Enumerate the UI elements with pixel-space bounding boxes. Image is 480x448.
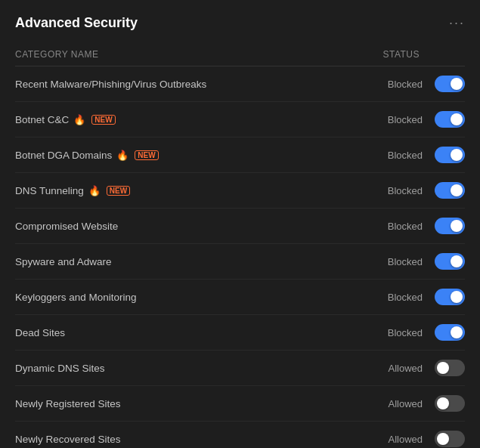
- advanced-security-panel: Advanced Security ··· Category name Stat…: [0, 0, 480, 448]
- category-toggle[interactable]: [435, 395, 465, 412]
- category-toggle[interactable]: [435, 431, 465, 447]
- category-toggle[interactable]: [435, 253, 465, 270]
- status-label: Blocked: [381, 79, 423, 90]
- category-name: Dead Sites: [15, 327, 65, 338]
- category-toggle[interactable]: [435, 360, 465, 376]
- toggle-thumb: [451, 149, 463, 161]
- status-label: Blocked: [381, 292, 423, 303]
- status-label: Blocked: [381, 256, 423, 267]
- status-label: Allowed: [381, 398, 423, 409]
- category-name: Botnet DGA Domains 🔥NEW: [15, 150, 159, 161]
- new-badge: NEW: [107, 186, 130, 196]
- category-table: Recent Malware/Phishing/Virus OutbreaksB…: [15, 66, 465, 448]
- table-row: Botnet C&C 🔥NEWBlocked: [15, 102, 465, 137]
- table-row: Newly Recovered SitesAllowed: [15, 422, 465, 448]
- category-name: Recent Malware/Phishing/Virus Outbreaks: [15, 79, 206, 90]
- toggle-thumb: [451, 113, 463, 125]
- category-name: Botnet C&C 🔥NEW: [15, 114, 116, 125]
- table-row: Botnet DGA Domains 🔥NEWBlocked: [15, 137, 465, 173]
- category-toggle[interactable]: [435, 147, 465, 163]
- status-label: Blocked: [381, 327, 423, 338]
- table-row: DNS Tunneling 🔥NEWBlocked: [15, 173, 465, 209]
- table-header: Category name Status: [15, 49, 465, 66]
- category-name: DNS Tunneling 🔥NEW: [15, 185, 130, 196]
- category-name: Spyware and Adware: [15, 256, 112, 267]
- table-row: Compromised WebsiteBlocked: [15, 209, 465, 244]
- toggle-track: [435, 360, 465, 376]
- category-toggle[interactable]: [435, 182, 465, 199]
- new-badge: NEW: [135, 150, 158, 160]
- new-badge: NEW: [91, 115, 115, 125]
- table-row: Dead SitesBlocked: [15, 315, 465, 351]
- flame-icon: 🔥: [88, 185, 101, 196]
- flame-icon: 🔥: [116, 150, 129, 161]
- category-toggle[interactable]: [435, 111, 465, 128]
- toggle-thumb: [451, 184, 463, 196]
- toggle-track: [435, 218, 465, 234]
- category-toggle[interactable]: [435, 218, 465, 234]
- toggle-track: [435, 182, 465, 199]
- toggle-track: [435, 289, 465, 305]
- toggle-thumb: [437, 433, 449, 445]
- category-name: Newly Recovered Sites: [15, 434, 121, 445]
- more-menu-icon[interactable]: ···: [449, 15, 465, 31]
- col-category-label: Category name: [15, 49, 99, 60]
- toggle-thumb: [451, 326, 463, 338]
- toggle-thumb: [437, 397, 449, 409]
- toggle-thumb: [451, 220, 463, 232]
- table-row: Keyloggers and MonitoringBlocked: [15, 280, 465, 315]
- toggle-track: [435, 395, 465, 412]
- table-row: Dynamic DNS SitesAllowed: [15, 351, 465, 386]
- category-name: Dynamic DNS Sites: [15, 363, 105, 374]
- panel-header: Advanced Security ···: [15, 15, 465, 31]
- category-toggle[interactable]: [435, 76, 465, 92]
- category-toggle[interactable]: [435, 289, 465, 305]
- status-label: Blocked: [381, 221, 423, 232]
- toggle-thumb: [451, 78, 463, 90]
- toggle-thumb: [451, 255, 463, 267]
- status-label: Allowed: [381, 363, 423, 374]
- status-label: Blocked: [381, 185, 423, 196]
- status-label: Blocked: [381, 150, 423, 161]
- toggle-thumb: [437, 362, 449, 374]
- status-label: Blocked: [381, 114, 423, 125]
- category-toggle[interactable]: [435, 324, 465, 341]
- toggle-track: [435, 111, 465, 128]
- table-row: Spyware and AdwareBlocked: [15, 244, 465, 280]
- toggle-track: [435, 147, 465, 163]
- category-name: Compromised Website: [15, 221, 118, 232]
- toggle-track: [435, 76, 465, 92]
- col-status-label: Status: [382, 49, 420, 60]
- table-row: Recent Malware/Phishing/Virus OutbreaksB…: [15, 66, 465, 102]
- panel-title: Advanced Security: [15, 15, 138, 31]
- toggle-thumb: [451, 291, 463, 303]
- status-label: Allowed: [381, 434, 423, 445]
- toggle-track: [435, 253, 465, 270]
- toggle-track: [435, 324, 465, 341]
- category-name: Newly Registered Sites: [15, 398, 121, 409]
- table-row: Newly Registered SitesAllowed: [15, 386, 465, 422]
- toggle-track: [435, 431, 465, 447]
- category-name: Keyloggers and Monitoring: [15, 292, 137, 303]
- flame-icon: 🔥: [73, 114, 85, 125]
